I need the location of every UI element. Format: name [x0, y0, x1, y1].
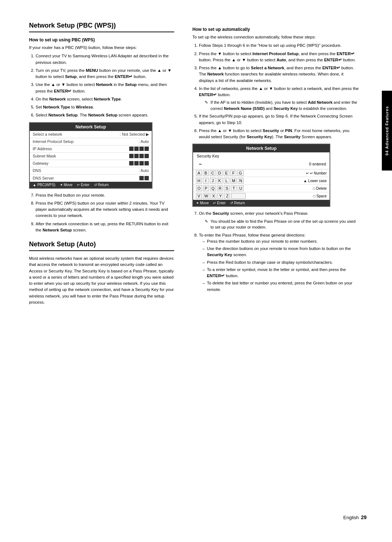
pixel-block	[129, 154, 134, 158]
auto-step-8: To enter the Pass Phrase, follow these g…	[199, 232, 359, 293]
key-row-ag: A B C D E F G ↵ ↵ Number	[193, 169, 330, 177]
section1-steps-continued: Press the Red button on your remote. Pre…	[29, 192, 174, 234]
step-4: On the Network screen, select Network Ty…	[36, 96, 174, 102]
section3-intro: To set up the wireless connection automa…	[192, 34, 359, 40]
network-table-body: Select a network : Not Selected ▶ Intern…	[30, 131, 152, 182]
note-step7: You should be able to find the Pass Phra…	[205, 218, 359, 230]
section3-subtitle: How to set up automatically	[192, 27, 359, 32]
network-row-ip-setup: Internet Protocol Setup : Auto	[30, 138, 152, 145]
network-row-ip: IP Address	[30, 145, 152, 153]
pixel-block	[144, 147, 149, 151]
key-row-hn: H I J K L M N ▲ Lower case	[193, 177, 330, 185]
right-column: How to set up automatically To set up th…	[185, 22, 367, 504]
security-key-input-area: – 0 entered	[193, 159, 330, 169]
section1-steps: Connect your TV to Samsung Wireless LAN …	[29, 53, 174, 118]
step-7: Press the Red button on your remote.	[36, 192, 174, 198]
network-row-gateway: Gateway	[30, 160, 152, 167]
step-3: Use the ▲ or ▼ button to select Network …	[36, 82, 174, 94]
security-key-table: Network Setup Security Key – 0 entered A…	[192, 144, 330, 207]
section1-title: Network Setup (PBC (WPS))	[29, 22, 174, 32]
pixel-block	[134, 147, 139, 151]
pixel-block	[144, 176, 149, 180]
page-lang: English	[343, 515, 359, 520]
network-setup-table: Network Setup Select a network : Not Sel…	[29, 122, 152, 189]
pixel-block	[144, 161, 149, 165]
pixel-block	[139, 147, 144, 151]
pixel-block	[134, 161, 139, 165]
network-row-dns-server: DNS Server	[30, 174, 152, 182]
bullet-1: Press the number buttons on your remote …	[203, 238, 359, 245]
step-1: Connect your TV to Samsung Wireless LAN …	[36, 53, 174, 66]
step-6: Select Network Setup. The Network Setup …	[36, 112, 174, 118]
network-row-select: Select a network : Not Selected ▶	[30, 131, 152, 138]
left-column: Network Setup (PBC (WPS)) How to set up …	[29, 22, 185, 504]
auto-step-1: Follow Steps 1 through 6 in the "How to …	[199, 42, 359, 49]
security-footer: ✦ Move ↵ Enter ↺ Return	[193, 200, 330, 206]
auto-step-2: Press the ▼ button to select Internet Pr…	[199, 51, 359, 63]
pixel-block	[139, 161, 144, 165]
auto-step-5: If the Security/PIN pop-up appears, go t…	[199, 113, 359, 126]
network-row-subnet: Subnet Mask	[30, 153, 152, 160]
page: 04 Advanced Features Network Setup (PBC …	[0, 0, 392, 542]
bullet-5: To delete the last letter or number you …	[203, 280, 359, 293]
network-row-dns: DNS : Auto	[30, 167, 152, 174]
step-2: Turn on your TV, press the MENU button o…	[36, 67, 174, 80]
section3-steps: Follow Steps 1 through 6 in the "How to …	[192, 42, 359, 140]
note-step4: If the AP is set to Hidden (Invisible), …	[205, 99, 359, 111]
page-footer: English 29	[29, 511, 367, 520]
content-area: Network Setup (PBC (WPS)) How to set up …	[29, 22, 367, 504]
section1-intro: If your router has a PBC (WPS) button, f…	[29, 45, 174, 51]
pixel-block	[134, 154, 139, 158]
security-entered: 0 entered	[309, 162, 326, 166]
pixel-block	[144, 154, 149, 158]
auto-step-4: In the list of networks, press the ▲ or …	[199, 86, 359, 112]
pixel-block	[129, 161, 134, 165]
network-table-footer: ▲ PBC(WPS) ✦ Move ↵ Enter ↺ Return	[30, 182, 152, 188]
step-5: Set Network Type to Wireless.	[36, 104, 174, 110]
side-tab: 04 Advanced Features	[382, 91, 392, 171]
auto-step-3: Press the ▲ button to go to Select a Net…	[199, 65, 359, 84]
pixel-block	[139, 176, 144, 180]
section2-body: Most wireless networks have an optional …	[29, 255, 174, 305]
auto-step-6: Press the ▲ or ▼ button to select Securi…	[199, 128, 359, 140]
section3-steps-continued: On the Security screen, enter your netwo…	[192, 210, 359, 293]
security-table-header: Network Setup	[193, 144, 330, 152]
auto-step-7: On the Security screen, enter your netwo…	[199, 210, 359, 230]
pixel-block	[139, 154, 144, 158]
bullet-3: Press the Red button to change case or d…	[203, 259, 359, 266]
page-number: 29	[361, 514, 367, 520]
step-9: After the network connection is set up, …	[36, 221, 174, 234]
bullet-2: Use the direction buttons on your remote…	[203, 246, 359, 258]
pixel-block	[129, 147, 134, 151]
key-row-vz: V W X Y Z □ Space	[193, 192, 330, 200]
section1-subtitle: How to set up using PBC (WPS)	[29, 37, 174, 42]
network-table-header: Network Setup	[30, 123, 152, 131]
side-tab-text: 04 Advanced Features	[385, 106, 389, 155]
bullet-4: To a enter letter or symbol, move to the…	[203, 267, 359, 279]
security-key-label-row: Security Key	[193, 152, 330, 159]
step8-bullets: Press the number buttons on your remote …	[199, 238, 359, 293]
step-8: Press the PBC (WPS) button on your route…	[36, 200, 174, 219]
key-row-ou: O P Q R S T U □ Delete	[193, 185, 330, 192]
section2-title: Network Setup (Auto)	[29, 241, 174, 251]
